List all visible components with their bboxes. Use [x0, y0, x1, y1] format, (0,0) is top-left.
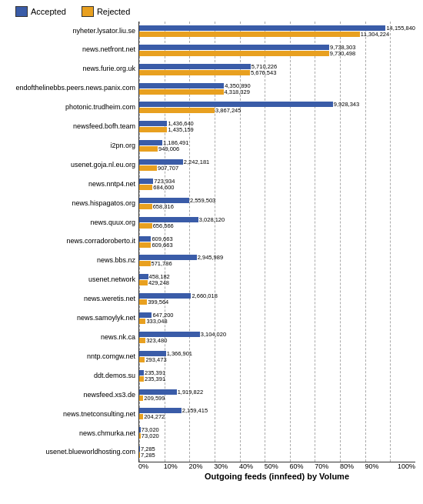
bar-rejected	[139, 70, 250, 75]
bar-rejected-label: 209,599	[144, 395, 165, 402]
bar-rejected	[139, 319, 145, 324]
bar-row: 2,159,415204,272	[139, 405, 415, 424]
legend-accepted-label: Accepted	[31, 7, 66, 16]
bar-row: 647,200333,048	[139, 309, 415, 328]
bar-row: 7,2857,285	[139, 442, 415, 462]
bar-row: 73,02073,020	[139, 423, 415, 442]
y-label: nyheter.lysator.liu.se	[8, 22, 135, 41]
bar-row: 3,028,120656,566	[139, 213, 415, 232]
y-label: news.tnetconsulting.net	[8, 405, 135, 424]
bar-rejected-label: 73,020	[142, 432, 159, 439]
bar-rejected	[139, 204, 152, 209]
x-tick: 0%	[138, 462, 164, 470]
bar-row: 9,738,3039,730,498	[139, 41, 415, 60]
y-label: news.corradoroberto.it	[8, 232, 135, 252]
bar-accepted	[139, 446, 140, 452]
legend-rejected-label: Rejected	[97, 7, 130, 16]
legend: Accepted Rejected	[8, 6, 415, 17]
bars-area: 14,155,84011,304,2249,738,3039,730,4985,…	[138, 22, 415, 462]
y-label: news.netfront.net	[8, 41, 135, 60]
bar-rejected	[139, 89, 224, 95]
y-label: usenet.network	[8, 271, 135, 290]
y-label: usenet.blueworldhosting.com	[8, 443, 135, 462]
bar-rejected-label: 684,600	[153, 184, 174, 191]
legend-rejected-box	[82, 6, 94, 17]
bar-rejected-label: 333,048	[146, 318, 167, 325]
bar-row: 14,155,84011,304,224	[139, 22, 415, 41]
chart-area: nyheter.lysator.liu.senews.netfront.netn…	[8, 22, 415, 462]
bar-row: 3,104,020323,480	[139, 328, 415, 347]
y-label: news.bbs.nz	[8, 252, 135, 271]
bar-rejected	[139, 146, 158, 152]
bar-row: 1,366,901293,473	[139, 347, 415, 366]
y-labels: nyheter.lysator.liu.senews.netfront.netn…	[8, 22, 138, 462]
bar-accepted	[139, 121, 167, 126]
bar-row: 4,350,8904,318,329	[139, 79, 415, 98]
bar-row: 723,934684,600	[139, 175, 415, 194]
y-label: photonic.trudheim.com	[8, 98, 135, 118]
bar-rejected	[139, 338, 145, 343]
y-label: i2pn.org	[8, 136, 135, 155]
bar-row: 458,182429,248	[139, 270, 415, 289]
bar-accepted	[139, 45, 329, 50]
bar-rejected-label: 323,480	[146, 337, 167, 344]
x-tick: 70%	[315, 462, 340, 470]
y-label: ddt.demos.su	[8, 366, 135, 386]
bar-rejected	[139, 299, 147, 305]
bar-rejected-label: 11,304,224	[361, 31, 390, 38]
bar-rejected	[139, 357, 145, 362]
y-label: news.samoylyk.net	[8, 309, 135, 329]
bar-row: 235,391235,391	[139, 366, 415, 386]
bar-accepted	[139, 389, 177, 395]
bar-rejected-label: 949,006	[158, 145, 179, 152]
x-tick: 100%	[390, 462, 415, 470]
bar-rejected-label: 429,248	[148, 279, 169, 286]
bar-accepted	[139, 370, 144, 375]
bar-accepted	[139, 179, 153, 184]
bar-row: 2,660,018399,564	[139, 289, 415, 309]
y-label: newsfeed.xs3.de	[8, 386, 135, 405]
y-label: newsfeed.bofh.team	[8, 118, 135, 137]
bar-accepted	[139, 255, 197, 260]
legend-accepted: Accepted	[15, 6, 66, 17]
bar-row: 1,436,6401,435,159	[139, 117, 415, 136]
bar-accepted	[139, 64, 251, 69]
bar-row: 1,186,491949,006	[139, 136, 415, 155]
bar-rejected	[139, 127, 167, 132]
bar-accepted	[139, 25, 385, 31]
y-label: usenet.goja.nl.eu.org	[8, 155, 135, 175]
bar-rejected	[139, 414, 143, 419]
bar-rejected-label: 235,391	[145, 375, 165, 382]
y-label: news.chmurka.net	[8, 424, 135, 443]
y-label: news.nntp4.net	[8, 175, 135, 194]
bar-accepted	[139, 236, 151, 242]
x-tick: 50%	[265, 462, 290, 470]
x-tick: 80%	[340, 462, 365, 470]
chart-title: Outgoing feeds (innfeed) by Volume	[138, 472, 415, 481]
y-label: news.furie.org.uk	[8, 60, 135, 79]
bar-accepted	[139, 159, 183, 165]
y-label: news.nk.ca	[8, 329, 135, 348]
chart-container: Accepted Rejected nyheter.lysator.liu.se…	[0, 0, 423, 504]
y-label: nntp.comgw.net	[8, 347, 135, 366]
bar-row: 609,663609,663	[139, 232, 415, 252]
bar-accepted	[139, 408, 182, 413]
bar-row: 2,559,503658,316	[139, 194, 415, 213]
bar-rejected-label: 7,285	[141, 452, 155, 459]
x-tick: 10%	[164, 462, 189, 470]
x-tick: 60%	[289, 462, 315, 470]
bar-rejected	[139, 32, 360, 37]
bar-row: 1,919,822209,599	[139, 386, 415, 405]
bar-rejected-label: 1,435,159	[168, 126, 193, 133]
x-tick: 40%	[239, 462, 265, 470]
bar-rejected-label: 656,566	[153, 222, 174, 229]
bar-row: 9,928,3433,867,245	[139, 98, 415, 118]
bar-accepted	[139, 102, 333, 107]
bar-row: 2,945,989571,786	[139, 252, 415, 271]
bar-rejected	[139, 376, 144, 382]
bar-accepted	[139, 274, 148, 279]
bar-rejected-label: 571,786	[152, 260, 172, 267]
bar-rejected	[139, 108, 215, 113]
bar-rejected-label: 658,316	[153, 203, 174, 210]
y-label: news.quux.org	[8, 213, 135, 232]
